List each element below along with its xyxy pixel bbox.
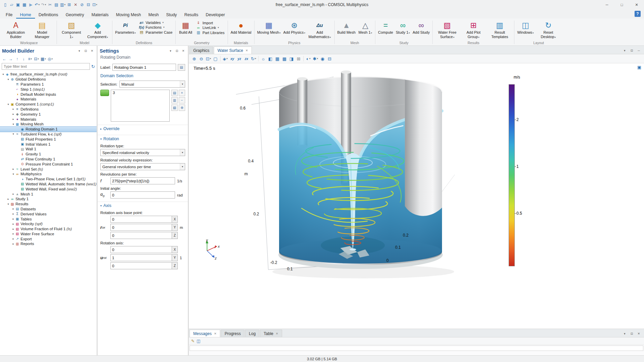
tree-node-materials[interactable]: ●Materials [0, 97, 97, 102]
settings-gear-icon[interactable]: ✱▾ [312, 55, 319, 62]
print-icon[interactable]: ⊟ [326, 55, 333, 62]
tree-node-results[interactable]: ▾▨Results [0, 202, 97, 207]
tree-node-velocity[interactable]: ▸▧Velocity(spf) [0, 221, 97, 227]
selection-list-item[interactable]: 3 [113, 91, 168, 95]
menu-results[interactable]: Results [180, 11, 202, 19]
3d-scene[interactable] [189, 63, 644, 329]
wireframe-icon[interactable]: ▦ [274, 55, 281, 62]
close-tab-icon[interactable]: ✕ [214, 332, 217, 335]
reset-desktop-button[interactable]: ↻Reset Desktop▾ [535, 20, 562, 40]
transparency-icon[interactable]: ◧ [267, 55, 274, 62]
menu-definitions[interactable]: Definitions [35, 11, 62, 19]
environment-icon[interactable]: ◨ [288, 55, 295, 62]
tree-node-rotating-domain-1[interactable]: ◉Rotating Domain 1 [0, 127, 97, 132]
axis-y-input[interactable] [110, 254, 172, 261]
expand-node-icon[interactable]: ▸ [11, 207, 15, 210]
mesh-1-button[interactable]: △Mesh 1▾ [357, 20, 374, 35]
study-1-button[interactable]: ∞Study 1▾ [395, 20, 411, 35]
component-1-button[interactable]: ▧Component 1▾ [58, 20, 84, 40]
add-plot-group-button[interactable]: ⊞Add Plot Group▾ [460, 20, 486, 40]
parameters-button[interactable]: PiParameters▾ [114, 20, 137, 35]
compute-button[interactable]: =Compute [377, 20, 395, 35]
close-tab-icon[interactable]: ✕ [245, 49, 248, 52]
add-selection-button[interactable]: + [179, 90, 185, 96]
copy-icon[interactable]: ▤ [53, 1, 60, 8]
expand-node-icon[interactable]: ▸ [11, 242, 15, 245]
menu-study[interactable]: Study [162, 11, 180, 19]
rotate-view-icon[interactable]: ↻▾ [250, 55, 257, 62]
base-y-input[interactable] [110, 224, 172, 231]
collapse-node-icon[interactable]: ▾ [6, 103, 10, 106]
minimize-graphics-icon[interactable]: ─ [636, 48, 641, 53]
move-up-icon[interactable]: ↑ [14, 56, 20, 62]
build-all-button[interactable]: ▦Build All [177, 20, 194, 35]
menu-moving-mesh[interactable]: Moving Mesh [112, 11, 144, 19]
section-rotation[interactable]: ▾ Rotation [98, 135, 188, 142]
tree-node-two-phase-flow-level-set-1[interactable]: ◑Two-Phase Flow, Level Set 1(tpf1) [0, 177, 97, 182]
zoom-in-icon[interactable]: ⊕ [191, 55, 198, 62]
build-mesh-button[interactable]: ▲Build Mesh [336, 20, 357, 35]
expand-node-icon[interactable]: ▸ [11, 192, 15, 195]
menu-home[interactable]: Home [16, 11, 35, 19]
tree-node-mesh-1[interactable]: ▸▲Mesh 1 [0, 191, 97, 197]
plot-canvas[interactable]: Time=5.5 s ▣ m/s 210.5 y x z 0.60.40.2m-… [189, 63, 644, 329]
graphics-menu-icon[interactable]: ▾ [622, 48, 627, 53]
add-material-button[interactable]: ●Add Material [229, 20, 253, 35]
paste-icon[interactable]: ▥▾ [60, 1, 66, 8]
zoom-box-icon[interactable]: ⊡▾ [205, 55, 212, 62]
zoom-out-icon[interactable]: ⊖ [198, 55, 205, 62]
tree-node-global-definitions[interactable]: ▾⊕Global Definitions [0, 77, 97, 82]
collapse-node-icon[interactable]: ▾ [6, 78, 10, 81]
view-yz-icon[interactable]: yz [236, 55, 243, 62]
scene-light-icon[interactable]: ☼ [260, 55, 267, 62]
initial-angle-input[interactable] [110, 191, 175, 199]
expand-node-icon[interactable]: ▸ [11, 108, 15, 111]
lock-view-icon[interactable]: ⊠ [295, 55, 302, 62]
expand-node-icon[interactable]: ▸ [11, 212, 15, 215]
forward-icon[interactable]: → [8, 56, 14, 62]
desktop-layout-icon[interactable]: ⊡▾ [92, 1, 98, 8]
revolutions-input[interactable] [110, 177, 175, 184]
tree-node-export[interactable]: ▸↗Export [0, 236, 97, 241]
panel-menu-icon[interactable]: ▾ [77, 48, 82, 53]
delete-icon[interactable]: ✕ [72, 1, 79, 8]
model-manager-button[interactable]: ▤Model Manager [29, 20, 55, 40]
menu-developer[interactable]: Developer [202, 11, 229, 19]
expand-node-icon[interactable]: ▸ [6, 198, 10, 201]
parameter-case-button[interactable]: ▤Parameter Case [138, 30, 173, 34]
save-as-icon[interactable]: ▦ [21, 1, 28, 8]
tree-node-datasets[interactable]: ▸▤Datasets [0, 207, 97, 212]
tree-node-moving-mesh[interactable]: ▾▦Moving Mesh [0, 122, 97, 127]
part-libraries-button[interactable]: ▥Part Libraries [195, 30, 225, 35]
collapse-node-icon[interactable]: ▾ [11, 123, 15, 126]
run-application-icon[interactable]: ▶ [28, 1, 34, 8]
tree-node-gravity-1[interactable]: ⇓Gravity 1 [0, 152, 97, 157]
maximize-button[interactable]: □ [614, 0, 629, 9]
columns-icon[interactable]: ▦▾ [40, 56, 47, 62]
close-settings-icon[interactable]: ✕ [181, 48, 186, 53]
menu-file[interactable]: File [2, 11, 16, 19]
duplicate-icon[interactable]: ⊞ [66, 1, 72, 8]
tree-node-definitions[interactable]: ▸≡Definitions [0, 107, 97, 112]
velocity-expression-dropdown[interactable]: General revolutions per time ▾ [100, 163, 185, 170]
add-mathematics-button[interactable]: ΔuAdd Mathematics▾ [307, 20, 333, 40]
remove-selection-button[interactable]: − [179, 97, 185, 103]
settings-menu-icon[interactable]: ▾ [168, 48, 173, 53]
base-x-input[interactable] [110, 216, 172, 223]
selection-dropdown[interactable]: Manual ▾ [120, 81, 185, 88]
variables-button[interactable]: a=Variables▾ [138, 21, 173, 25]
tree-node-tables[interactable]: ▸▦Tables [0, 216, 97, 221]
close-tab-icon[interactable]: ✕ [276, 332, 278, 335]
message-options-icon[interactable]: ◫ [197, 339, 200, 343]
axis-x-input[interactable] [110, 246, 172, 253]
add-physics-button[interactable]: ⊛Add Physics▾ [282, 20, 307, 35]
tree-node-free-surface-mixer-ls-mph[interactable]: ▾◈free_surface_mixer_ls.mph(root) [0, 72, 97, 77]
quality-icon[interactable]: ▩ [281, 55, 288, 62]
tree-node-fluid-properties-1[interactable]: ▧Fluid Properties 1 [0, 137, 97, 142]
tab-table[interactable]: Table✕ [260, 330, 282, 337]
section-override[interactable]: ▸ Override [98, 125, 188, 132]
tree-node-derived-values[interactable]: ▸ΣDerived Values [0, 211, 97, 216]
tree-node-component-1[interactable]: ▾▣Component 1(comp1) [0, 102, 97, 107]
disable-icon[interactable]: ⊘ [79, 1, 85, 8]
clear-messages-icon[interactable]: ✎ [191, 339, 195, 343]
